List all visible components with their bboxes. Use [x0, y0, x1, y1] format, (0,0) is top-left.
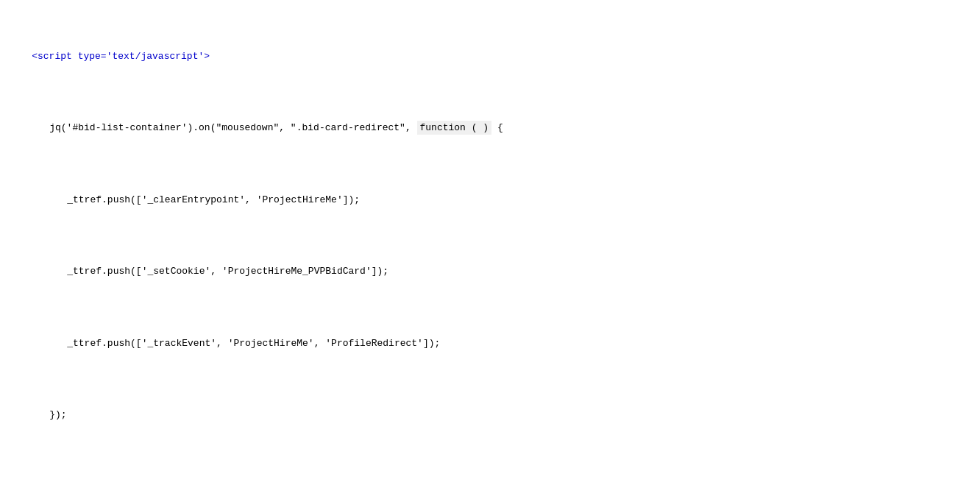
line-blank — [9, 465, 971, 480]
line-close-jq: }); — [9, 394, 971, 437]
line-ttref-2: _ttref.push(['_setCookie', 'ProjectHireM… — [9, 250, 971, 294]
code-viewer: <script type='text/javascript'> jq('#bid… — [0, 0, 980, 499]
line-ttref-3: _ttref.push(['_trackEvent', 'ProjectHire… — [9, 322, 971, 365]
line-jq: jq('#bid-list-container').on("mousedown"… — [9, 107, 971, 150]
function-label: function ( ) — [417, 121, 492, 135]
script-tag: <script type='text/javascript'> — [32, 51, 210, 62]
line-ttref-1: _ttref.push(['_clearEntrypoint', 'Projec… — [9, 178, 971, 222]
line-script-open: <script type='text/javascript'> — [9, 35, 971, 78]
